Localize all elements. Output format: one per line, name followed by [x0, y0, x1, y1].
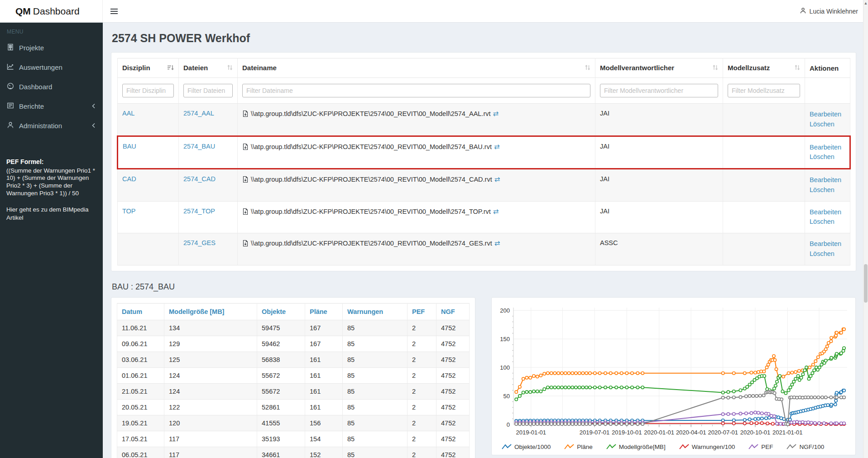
column-header-disziplin[interactable]: Disziplin — [118, 58, 179, 78]
file-export-icon — [242, 143, 251, 150]
data-point — [547, 422, 549, 425]
stats-cell: 21.05.21 — [117, 383, 164, 399]
sidebar-item-projekte[interactable]: Projekte — [0, 38, 103, 58]
datei-link[interactable]: 2574_BAU — [183, 143, 215, 150]
data-point — [842, 349, 844, 352]
stats-cell: 34661 — [257, 447, 305, 458]
file-path-text: \\atp.group.tld\dfs\ZUC-KFP\PROJEKTE\257… — [251, 110, 491, 117]
legend-line-icon — [564, 444, 574, 450]
datei-link[interactable]: 2574_TOP — [183, 207, 215, 215]
bearbeiten-link[interactable]: Bearbeiten — [810, 239, 845, 249]
stats-cell: 11.06.21 — [117, 320, 164, 336]
stats-cell: 01.06.21 — [117, 367, 164, 383]
scrollbar-up-icon[interactable]: ▲ — [863, 1, 868, 5]
filter-input-disziplin[interactable] — [122, 84, 174, 97]
bearbeiten-link[interactable]: Bearbeiten — [810, 175, 845, 185]
column-header-modellverantwortlicher[interactable]: Modellverantwortlicher — [595, 58, 723, 78]
legend-line-icon — [679, 444, 689, 450]
swap-arrows-icon[interactable]: ⇄ — [494, 143, 500, 150]
file-export-icon — [242, 240, 251, 247]
data-point — [830, 356, 833, 359]
swap-arrows-icon[interactable]: ⇄ — [494, 239, 500, 247]
data-point — [722, 413, 724, 415]
stats-cell: 2 — [408, 383, 436, 399]
data-point — [553, 371, 556, 374]
loeschen-link[interactable]: Löschen — [810, 185, 845, 195]
swap-arrows-icon[interactable]: ⇄ — [493, 207, 499, 215]
data-point — [794, 377, 797, 380]
window-scrollbar[interactable]: ▲ — [863, 0, 868, 458]
app-brand[interactable]: QM Dashboard — [0, 0, 103, 22]
data-point — [745, 395, 748, 397]
stats-row: 01.06.21124556721618524752 — [117, 367, 470, 383]
legend-item-Modellgröße[MB][interactable]: Modellgröße[MB] — [606, 444, 666, 450]
legend-item-NGF/100[interactable]: NGF/100 — [786, 444, 824, 450]
data-point — [625, 386, 628, 389]
stats-panel: DatumModellgröße [MB]ObjektePläneWarnung… — [111, 297, 475, 458]
user-name: Lucia Winklehner — [810, 8, 858, 15]
data-point — [604, 386, 607, 389]
data-point — [722, 422, 724, 424]
data-point — [773, 358, 776, 361]
data-point — [567, 422, 570, 425]
file-path-text: \\atp.group.tld\dfs\ZUC-KFP\PROJEKTE\257… — [251, 143, 492, 150]
data-point — [770, 414, 772, 417]
data-point — [811, 371, 814, 374]
data-point — [561, 371, 563, 374]
loeschen-link[interactable]: Löschen — [810, 217, 845, 227]
stats-row: 19.05.21120415551568524752 — [117, 415, 470, 431]
legend-item-Warnungen/100[interactable]: Warnungen/100 — [679, 444, 735, 450]
data-point — [779, 422, 782, 425]
stats-cell: 154 — [305, 431, 343, 447]
user-menu[interactable]: Lucia Winklehner — [790, 0, 868, 22]
data-point — [525, 422, 528, 425]
stats-column-header: Datum — [117, 303, 164, 320]
stats-column-header: Modellgröße [MB] — [164, 303, 257, 320]
data-point — [825, 347, 827, 350]
filter-input-dateien[interactable] — [183, 84, 233, 97]
stats-row: 09.06.21129594621678524752 — [117, 336, 470, 352]
bimpedia-link[interactable]: Hier geht es zu dem BIMpedia Artikel — [0, 206, 103, 222]
bearbeiten-link[interactable]: Bearbeiten — [810, 207, 845, 217]
datei-link[interactable]: 2574_CAD — [183, 175, 216, 183]
data-point — [585, 371, 588, 374]
datei-link[interactable]: 2574_AAL — [183, 110, 214, 117]
swap-arrows-icon[interactable]: ⇄ — [493, 110, 499, 117]
sidebar-item-dashboard[interactable]: Dashboard — [0, 77, 103, 96]
column-header-modellzusatz[interactable]: Modellzusatz — [723, 58, 805, 78]
hamburger-menu-icon[interactable] — [103, 0, 125, 22]
data-point — [745, 412, 748, 415]
legend-item-Pläne[interactable]: Pläne — [564, 444, 593, 450]
data-point — [789, 386, 791, 389]
data-point — [604, 371, 607, 374]
disziplin-link[interactable]: TOP — [122, 207, 136, 215]
loeschen-link[interactable]: Löschen — [810, 152, 845, 162]
disziplin-link[interactable]: BAU — [123, 143, 136, 150]
sidebar-item-administration[interactable]: Administration — [0, 116, 103, 135]
bearbeiten-link[interactable]: Bearbeiten — [810, 143, 845, 153]
bearbeiten-link[interactable]: Bearbeiten — [810, 110, 845, 120]
stats-cell: 85 — [343, 447, 408, 458]
legend-item-Objekte/1000[interactable]: Objekte/1000 — [502, 444, 551, 450]
main-content: 2574 SH POWER Werkhof DisziplinDateienDa… — [103, 23, 868, 458]
data-point — [843, 347, 845, 349]
loeschen-link[interactable]: Löschen — [810, 120, 845, 130]
sidebar-item-auswertungen[interactable]: Auswertungen — [0, 58, 103, 77]
legend-item-PEF[interactable]: PEF — [748, 444, 773, 450]
scrollbar-thumb[interactable] — [864, 264, 868, 303]
datei-link[interactable]: 2574_GES — [183, 239, 216, 246]
column-header-dateiname[interactable]: Dateiname — [238, 58, 595, 78]
swap-arrows-icon[interactable]: ⇄ — [494, 175, 500, 183]
disziplin-link[interactable]: AAL — [122, 110, 134, 117]
data-point — [813, 369, 815, 371]
loeschen-link[interactable]: Löschen — [810, 249, 845, 259]
sidebar-item-berichte[interactable]: Berichte — [0, 96, 103, 116]
data-point — [812, 363, 815, 366]
filter-input-modellverantwortlicher[interactable] — [600, 84, 718, 97]
filter-input-dateiname[interactable] — [242, 84, 590, 97]
stats-table: DatumModellgröße [MB]ObjektePläneWarnung… — [117, 303, 470, 458]
filter-input-modellzusatz[interactable] — [728, 84, 800, 97]
disziplin-link[interactable]: CAD — [122, 175, 136, 183]
column-header-dateien[interactable]: Dateien — [179, 58, 238, 78]
sidebar-item-label: Berichte — [19, 102, 44, 110]
